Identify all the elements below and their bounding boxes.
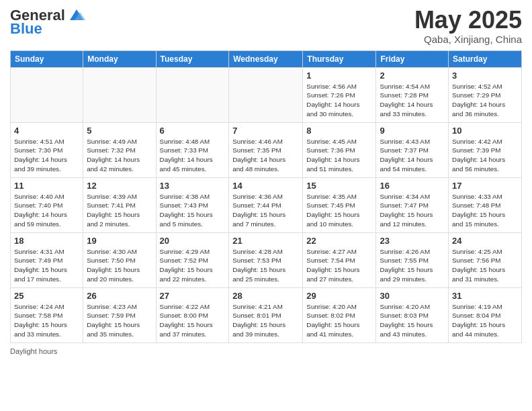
week-row-2: 4Sunrise: 4:51 AMSunset: 7:30 PMDaylight…	[11, 122, 522, 177]
calendar-cell: 31Sunrise: 4:19 AMSunset: 8:04 PMDayligh…	[449, 287, 522, 342]
calendar-cell: 17Sunrise: 4:33 AMSunset: 7:48 PMDayligh…	[449, 177, 522, 232]
day-info: Sunrise: 4:48 AMSunset: 7:33 PMDaylight:…	[160, 137, 226, 174]
calendar-cell	[83, 67, 156, 122]
day-info: Sunrise: 4:43 AMSunset: 7:37 PMDaylight:…	[380, 137, 445, 174]
day-info: Sunrise: 4:56 AMSunset: 7:26 PMDaylight:…	[306, 82, 372, 119]
weekday-wednesday: Wednesday	[229, 50, 303, 67]
calendar-cell: 4Sunrise: 4:51 AMSunset: 7:30 PMDaylight…	[11, 122, 83, 177]
calendar-cell	[156, 67, 229, 122]
weekday-monday: Monday	[83, 50, 156, 67]
day-number: 30	[380, 291, 445, 301]
day-number: 9	[380, 126, 445, 136]
day-info: Sunrise: 4:31 AMSunset: 7:49 PMDaylight:…	[14, 247, 79, 284]
day-info: Sunrise: 4:29 AMSunset: 7:52 PMDaylight:…	[160, 247, 226, 284]
calendar-cell: 14Sunrise: 4:36 AMSunset: 7:44 PMDayligh…	[229, 177, 303, 232]
day-number: 11	[14, 181, 79, 191]
day-number: 31	[452, 291, 518, 301]
calendar-cell: 20Sunrise: 4:29 AMSunset: 7:52 PMDayligh…	[156, 232, 229, 287]
day-number: 2	[380, 71, 445, 81]
calendar-cell: 9Sunrise: 4:43 AMSunset: 7:37 PMDaylight…	[376, 122, 449, 177]
day-number: 22	[306, 236, 372, 246]
calendar-cell: 28Sunrise: 4:21 AMSunset: 8:01 PMDayligh…	[229, 287, 303, 342]
day-info: Sunrise: 4:35 AMSunset: 7:45 PMDaylight:…	[306, 192, 372, 229]
day-number: 5	[87, 126, 152, 136]
day-number: 28	[232, 291, 299, 301]
calendar-cell: 29Sunrise: 4:20 AMSunset: 8:02 PMDayligh…	[303, 287, 376, 342]
calendar-cell: 7Sunrise: 4:46 AMSunset: 7:35 PMDaylight…	[229, 122, 303, 177]
week-row-1: 1Sunrise: 4:56 AMSunset: 7:26 PMDaylight…	[11, 67, 522, 122]
day-info: Sunrise: 4:30 AMSunset: 7:50 PMDaylight:…	[87, 247, 152, 284]
calendar-cell: 5Sunrise: 4:49 AMSunset: 7:32 PMDaylight…	[83, 122, 156, 177]
day-info: Sunrise: 4:52 AMSunset: 7:29 PMDaylight:…	[452, 82, 518, 119]
weekday-thursday: Thursday	[303, 50, 376, 67]
day-number: 17	[452, 181, 518, 191]
day-number: 23	[380, 236, 445, 246]
day-number: 12	[87, 181, 152, 191]
page: General Blue May 2025 Qaba, Xinjiang, Ch…	[0, 0, 532, 411]
day-info: Sunrise: 4:19 AMSunset: 8:04 PMDaylight:…	[452, 302, 518, 339]
calendar-cell: 18Sunrise: 4:31 AMSunset: 7:49 PMDayligh…	[11, 232, 83, 287]
calendar-cell: 22Sunrise: 4:27 AMSunset: 7:54 PMDayligh…	[303, 232, 376, 287]
weekday-tuesday: Tuesday	[156, 50, 229, 67]
calendar-cell: 27Sunrise: 4:22 AMSunset: 8:00 PMDayligh…	[156, 287, 229, 342]
calendar-cell	[229, 67, 303, 122]
calendar-cell: 26Sunrise: 4:23 AMSunset: 7:59 PMDayligh…	[83, 287, 156, 342]
calendar-cell: 23Sunrise: 4:26 AMSunset: 7:55 PMDayligh…	[376, 232, 449, 287]
day-number: 14	[232, 181, 299, 191]
day-info: Sunrise: 4:20 AMSunset: 8:02 PMDaylight:…	[306, 302, 372, 339]
day-number: 25	[14, 291, 79, 301]
calendar-cell	[11, 67, 83, 122]
day-info: Sunrise: 4:28 AMSunset: 7:53 PMDaylight:…	[232, 247, 299, 284]
day-number: 4	[14, 126, 79, 136]
weekday-header-row: SundayMondayTuesdayWednesdayThursdayFrid…	[11, 50, 522, 67]
day-info: Sunrise: 4:34 AMSunset: 7:47 PMDaylight:…	[380, 192, 445, 229]
day-info: Sunrise: 4:22 AMSunset: 8:00 PMDaylight:…	[160, 302, 226, 339]
logo-icon	[66, 8, 87, 23]
calendar-cell: 12Sunrise: 4:39 AMSunset: 7:41 PMDayligh…	[83, 177, 156, 232]
day-info: Sunrise: 4:24 AMSunset: 7:58 PMDaylight:…	[14, 302, 79, 339]
day-number: 7	[232, 126, 299, 136]
footer: Daylight hours	[10, 347, 522, 355]
week-row-4: 18Sunrise: 4:31 AMSunset: 7:49 PMDayligh…	[11, 232, 522, 287]
day-number: 6	[160, 126, 226, 136]
weekday-saturday: Saturday	[449, 50, 522, 67]
week-row-5: 25Sunrise: 4:24 AMSunset: 7:58 PMDayligh…	[11, 287, 522, 342]
calendar-cell: 15Sunrise: 4:35 AMSunset: 7:45 PMDayligh…	[303, 177, 376, 232]
calendar-cell: 19Sunrise: 4:30 AMSunset: 7:50 PMDayligh…	[83, 232, 156, 287]
logo: General Blue	[10, 7, 87, 38]
calendar-cell: 13Sunrise: 4:38 AMSunset: 7:43 PMDayligh…	[156, 177, 229, 232]
day-info: Sunrise: 4:38 AMSunset: 7:43 PMDaylight:…	[160, 192, 226, 229]
day-info: Sunrise: 4:46 AMSunset: 7:35 PMDaylight:…	[232, 137, 299, 174]
day-info: Sunrise: 4:36 AMSunset: 7:44 PMDaylight:…	[232, 192, 299, 229]
day-number: 21	[232, 236, 299, 246]
day-number: 24	[452, 236, 518, 246]
day-number: 27	[160, 291, 226, 301]
day-number: 10	[452, 126, 518, 136]
day-info: Sunrise: 4:20 AMSunset: 8:03 PMDaylight:…	[380, 302, 445, 339]
day-number: 8	[306, 126, 372, 136]
day-info: Sunrise: 4:27 AMSunset: 7:54 PMDaylight:…	[306, 247, 372, 284]
month-title: May 2025	[414, 7, 522, 34]
day-info: Sunrise: 4:42 AMSunset: 7:39 PMDaylight:…	[452, 137, 518, 174]
logo-blue: Blue	[10, 20, 42, 38]
day-number: 15	[306, 181, 372, 191]
header: General Blue May 2025 Qaba, Xinjiang, Ch…	[10, 7, 522, 45]
day-info: Sunrise: 4:39 AMSunset: 7:41 PMDaylight:…	[87, 192, 152, 229]
location-title: Qaba, Xinjiang, China	[414, 34, 522, 45]
calendar-cell: 11Sunrise: 4:40 AMSunset: 7:40 PMDayligh…	[11, 177, 83, 232]
day-number: 13	[160, 181, 226, 191]
day-number: 26	[87, 291, 152, 301]
calendar-cell: 24Sunrise: 4:25 AMSunset: 7:56 PMDayligh…	[449, 232, 522, 287]
weekday-friday: Friday	[376, 50, 449, 67]
day-info: Sunrise: 4:26 AMSunset: 7:55 PMDaylight:…	[380, 247, 445, 284]
calendar-cell: 2Sunrise: 4:54 AMSunset: 7:28 PMDaylight…	[376, 67, 449, 122]
weekday-sunday: Sunday	[11, 50, 83, 67]
day-info: Sunrise: 4:40 AMSunset: 7:40 PMDaylight:…	[14, 192, 79, 229]
day-number: 1	[306, 71, 372, 81]
day-info: Sunrise: 4:33 AMSunset: 7:48 PMDaylight:…	[452, 192, 518, 229]
title-block: May 2025 Qaba, Xinjiang, China	[414, 7, 522, 45]
day-info: Sunrise: 4:23 AMSunset: 7:59 PMDaylight:…	[87, 302, 152, 339]
calendar-cell: 3Sunrise: 4:52 AMSunset: 7:29 PMDaylight…	[449, 67, 522, 122]
calendar-cell: 8Sunrise: 4:45 AMSunset: 7:36 PMDaylight…	[303, 122, 376, 177]
day-info: Sunrise: 4:51 AMSunset: 7:30 PMDaylight:…	[14, 137, 79, 174]
